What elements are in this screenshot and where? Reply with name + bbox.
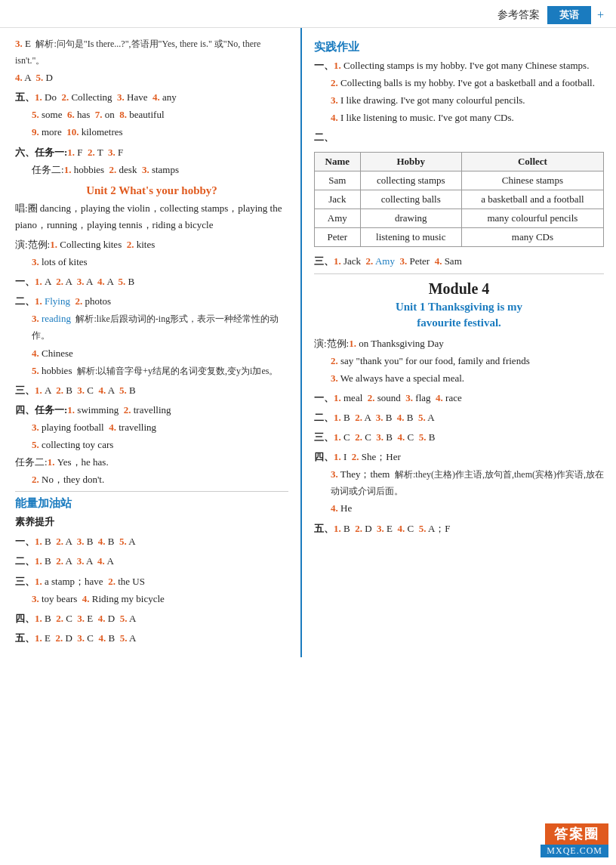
section-unit2-er: 二、1. Flying 2. photos 3. reading 解析:like… — [15, 293, 288, 378]
left-column: 3. E 解析:问句是"Is there...?",答语用"Yes, there… — [0, 28, 302, 657]
footer-brand: 答案圈 MXQE.COM — [541, 823, 608, 857]
line-unit2-si-3: 3. playing football 4. travelling — [15, 419, 288, 436]
line-4a-5d: 4. A 5. D — [15, 70, 288, 86]
suyang-si: 四、1. B 2. C 3. E 4. D 5. A — [15, 610, 288, 627]
module4-si-3: 3. They；them 解析:they(主格)作主语,放句首,them(宾格)… — [314, 466, 604, 499]
module4-yan-2: 2. say "thank you" for our food, family … — [314, 353, 604, 369]
suyang-er: 二、1. B 2. A 3. A 4. A — [15, 553, 288, 570]
suyang-san-2: 3. toy bears 4. Riding my bicycle — [15, 591, 288, 607]
module4-yan-3: 3. We always have a special meal. — [314, 370, 604, 387]
practice-san: 三、1. Jack 2. Amy 3. Peter 4. Sam — [314, 253, 604, 270]
practice-yi-label: 一、1. Collecting stamps is my hobby. I've… — [314, 57, 604, 74]
section-unit2-sing: 唱:圈 dancing，playing the violin，collectin… — [15, 200, 288, 233]
module4-yan-1: 演:范例:1. on Thanksgiving Day — [314, 335, 604, 352]
module4-er: 二、1. B 2. A 3. B 4. B 5. A — [314, 409, 604, 426]
line-sing: 唱:圈 dancing，playing the violin，collectin… — [15, 200, 288, 233]
module4-er-line: 二、1. B 2. A 3. B 4. B 5. A — [314, 409, 604, 426]
module4-subtitle: Unit 1 Thanksgiving is myfavourite festi… — [314, 299, 604, 331]
practice-yi-2: 2. Collecting balls is my hobby. I've go… — [314, 75, 604, 91]
module4-si: 四、1. I 2. She；Her 3. They；them 解析:they(主… — [314, 449, 604, 517]
module4-title: Module 4 — [314, 280, 604, 298]
module4-si-4: 4. He — [314, 500, 604, 517]
cell-sam: Sam — [315, 171, 361, 190]
line-unit2-si-renwu2: 任务二:1. Yes，he has. — [15, 454, 288, 471]
suyang-wu: 五、1. E 2. D 3. C 4. B 5. A — [15, 630, 288, 647]
section-unit2-si: 四、任务一:1. swimming 2. travelling 3. playi… — [15, 402, 288, 488]
col-collect: Collect — [461, 153, 603, 171]
module4-yan: 演:范例:1. on Thanksgiving Day 2. say "than… — [314, 335, 604, 387]
section-unit2-yi: 一、1. A 2. A 3. A 4. A 5. B — [15, 273, 288, 290]
module4-yi-line: 一、1. meal 2. sound 3. flag 4. race — [314, 390, 604, 406]
col-hobby: Hobby — [360, 153, 461, 171]
cell-peter-hobby: listening to music — [360, 228, 461, 247]
line-yan-3: 3. lots of kites — [15, 254, 288, 270]
divider — [15, 491, 288, 492]
right-column: 实践作业 一、1. Collecting stamps is my hobby.… — [302, 28, 616, 657]
unit2-title: Unit 2 What's your hobby? — [15, 184, 288, 197]
cell-amy-hobby: drawing — [360, 209, 461, 228]
line-wu: 五、1. Do 2. Collecting 3. Have 4. any — [15, 89, 288, 106]
col-name: Name — [315, 153, 361, 171]
practice-yi-4: 4. I like listening to music. I've got m… — [314, 110, 604, 126]
page-header: 参考答案 英语 + — [0, 0, 616, 28]
line-unit2-er-1: 二、1. Flying 2. photos — [15, 293, 288, 310]
table-row: Amy drawing many colourful pencils — [315, 209, 604, 228]
line-unit2-er-5: 5. hobbies 解析:以辅音字母+y结尾的名词变复数,变y为i加es。 — [15, 363, 288, 379]
line-liu-2: 任务二:1. hobbies 2. desk 3. stamps — [15, 162, 288, 178]
plus-icon: + — [597, 8, 604, 22]
practice-er: 二、 Name Hobby Collect Sam collecting sta… — [314, 129, 604, 247]
suyang-san-1: 三、1. a stamp；have 2. the US — [15, 573, 288, 590]
cell-jack: Jack — [315, 190, 361, 209]
suyang-si-line: 四、1. B 2. C 3. E 4. D 5. A — [15, 610, 288, 627]
cell-jack-hobby: collecting balls — [360, 190, 461, 209]
suyang-title: 素养提升 — [15, 514, 288, 530]
module4-san: 三、1. C 2. C 3. B 4. C 5. B — [314, 429, 604, 446]
section-problem3: 3. E 解析:问句是"Is there...?",答语用"Yes, there… — [15, 36, 288, 86]
practice-er-label: 二、 — [314, 129, 604, 146]
right-divider — [314, 273, 604, 274]
module4-yi: 一、1. meal 2. sound 3. flag 4. race — [314, 390, 604, 406]
suyang-er-line: 二、1. B 2. A 3. A 4. A — [15, 553, 288, 570]
practice-title: 实践作业 — [314, 40, 604, 54]
line-wu-3: 9. more 10. kilometres — [15, 124, 288, 141]
header-label: 参考答案 — [497, 8, 540, 22]
cell-peter-collect: many CDs — [461, 228, 603, 247]
table-row: Sam collecting stamps Chinese stamps — [315, 171, 604, 190]
practice-yi-3: 3. I like drawing. I've got many colourf… — [314, 92, 604, 109]
cell-amy-collect: many colourful pencils — [461, 209, 603, 228]
suyang-yi: 一、1. B 2. A 3. B 4. B 5. A — [15, 533, 288, 550]
line-unit2-er-3: 3. reading 解析:like后跟动词的-ing形式，表示一种经常性的动作… — [15, 310, 288, 344]
section-unit2-yan: 演:范例:1. Collecting kites 2. kites 3. lot… — [15, 236, 288, 270]
practice-san-line: 三、1. Jack 2. Amy 3. Peter 4. Sam — [314, 253, 604, 270]
line-unit2-er-4: 4. Chinese — [15, 345, 288, 362]
suyang-san: 三、1. a stamp；have 2. the US 3. toy bears… — [15, 573, 288, 607]
line-wu-2: 5. some 6. has 7. on 8. beautiful — [15, 107, 288, 123]
line-unit2-yi: 一、1. A 2. A 3. A 4. A 5. B — [15, 273, 288, 290]
module4-san-line: 三、1. C 2. C 3. B 4. C 5. B — [314, 429, 604, 446]
table-row: Peter listening to music many CDs — [315, 228, 604, 247]
section-liu: 六、任务一:1. F 2. T 3. F 任务二:1. hobbies 2. d… — [15, 144, 288, 178]
practice-yi: 一、1. Collecting stamps is my hobby. I've… — [314, 57, 604, 126]
line-unit2-si-5: 5. collecting toy cars — [15, 437, 288, 453]
suyang-label: 素养提升 — [15, 514, 288, 530]
module4-si-1: 四、1. I 2. She；Her — [314, 449, 604, 465]
line-unit2-si-renwu1: 四、任务一:1. swimming 2. travelling — [15, 402, 288, 419]
suyang-wu-line: 五、1. E 2. D 3. C 4. B 5. A — [15, 630, 288, 647]
section-unit2-san: 三、1. A 2. B 3. C 4. A 5. B — [15, 382, 288, 399]
subject-badge: 英语 — [547, 6, 591, 24]
line-yan: 演:范例:1. Collecting kites 2. kites — [15, 236, 288, 253]
cell-sam-hobby: collecting stamps — [360, 171, 461, 190]
cell-amy: Amy — [315, 209, 361, 228]
cell-peter: Peter — [315, 228, 361, 247]
hobby-table: Name Hobby Collect Sam collecting stamps… — [314, 152, 604, 247]
cell-jack-collect: a basketball and a football — [461, 190, 603, 209]
suyang-yi-line: 一、1. B 2. A 3. B 4. B 5. A — [15, 533, 288, 550]
table-row: Jack collecting balls a basketball and a… — [315, 190, 604, 209]
module4-wu-line: 五、1. B 2. D 3. E 4. C 5. A；F — [314, 521, 604, 537]
line-3e: 3. E 解析:问句是"Is there...?",答语用"Yes, there… — [15, 36, 288, 69]
brand-logo-top: 答案圈 — [545, 823, 608, 845]
energy-station-title: 能量加油站 — [15, 496, 288, 511]
module4-wu: 五、1. B 2. D 3. E 4. C 5. A；F — [314, 521, 604, 537]
cell-sam-collect: Chinese stamps — [461, 171, 603, 190]
line-unit2-si-renwu2-2: 2. No，they don't. — [15, 471, 288, 488]
